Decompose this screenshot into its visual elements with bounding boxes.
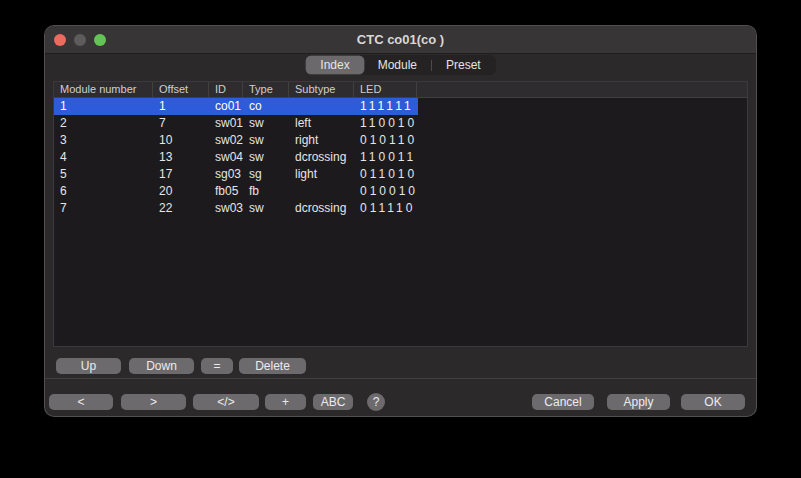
column-header-led[interactable]: LED [354,82,417,97]
table-cell: sg [243,166,289,183]
separator-line [45,378,756,379]
table-cell: sw03 [209,200,243,217]
table-cell: 110010 [354,115,417,132]
table-cell: 1 [54,98,153,115]
column-header-type[interactable]: Type [243,82,289,97]
table-cell: co [243,98,289,115]
column-header-filler [417,82,747,97]
delete-button[interactable]: Delete [239,358,306,374]
table-row[interactable]: 310sw02swright010110 [54,132,747,149]
table-cell: sg03 [209,166,243,183]
table-row[interactable]: 413sw04swdcrossing110011 [54,149,747,166]
table-cell: sw [243,132,289,149]
previous-button[interactable]: < [49,394,113,410]
table-cell: right [289,132,354,149]
segmented-control: Index Module Preset [305,55,495,75]
table-cell: 010010 [354,183,417,200]
title-bar: CTC co01(co ) [45,26,756,54]
tab-index[interactable]: Index [306,56,363,74]
table-cell: fb [243,183,289,200]
table-cell: 4 [54,149,153,166]
table-cell: co01 [209,98,243,115]
table-cell: 10 [153,132,209,149]
table-body: 11co01co11111127sw01swleft110010310sw02s… [54,98,747,217]
table-cell: sw01 [209,115,243,132]
table-cell: sw02 [209,132,243,149]
table-cell: light [289,166,354,183]
table-header: Module number Offset ID Type Subtype LED [54,82,747,98]
table-cell: dcrossing [289,149,354,166]
apply-button[interactable]: Apply [607,394,670,410]
window-title: CTC co01(co ) [45,26,756,54]
column-header-module-number[interactable]: Module number [54,82,153,97]
table-cell: left [289,115,354,132]
table-cell: 7 [54,200,153,217]
tab-module[interactable]: Module [364,56,431,74]
module-table: Module number Offset ID Type Subtype LED… [53,81,748,347]
table-cell: dcrossing [289,200,354,217]
table-row[interactable]: 517sg03sglight011010 [54,166,747,183]
table-cell: 1 [153,98,209,115]
table-row[interactable]: 11co01co111111 [54,98,418,115]
column-header-subtype[interactable]: Subtype [289,82,354,97]
table-cell: 010110 [354,132,417,149]
desktop-background: { "window": { "title": "CTC co01(co )" }… [0,0,801,478]
table-row[interactable]: 620fb05fb010010 [54,183,747,200]
table-row[interactable]: 722sw03swdcrossing011110 [54,200,747,217]
abc-button[interactable]: ABC [313,394,353,410]
table-cell: 011110 [354,200,417,217]
tab-bar: Index Module Preset [45,55,756,75]
table-cell: 2 [54,115,153,132]
up-button[interactable]: Up [56,358,121,374]
table-cell: 6 [54,183,153,200]
table-cell: sw [243,200,289,217]
table-cell: sw [243,115,289,132]
next-button[interactable]: > [121,394,186,410]
table-cell [289,98,354,115]
table-row[interactable]: 27sw01swleft110010 [54,115,747,132]
add-button[interactable]: + [265,394,306,410]
table-cell: 011010 [354,166,417,183]
column-header-id[interactable]: ID [209,82,243,97]
table-cell: 110011 [354,149,417,166]
table-cell: 7 [153,115,209,132]
table-cell: 5 [54,166,153,183]
table-cell: 20 [153,183,209,200]
equals-button[interactable]: = [201,358,233,374]
table-cell: fb05 [209,183,243,200]
tab-preset[interactable]: Preset [432,56,495,74]
ctc-dialog-window: CTC co01(co ) Index Module Preset Module… [44,25,757,417]
table-cell: sw04 [209,149,243,166]
table-cell: sw [243,149,289,166]
table-cell: 22 [153,200,209,217]
code-button[interactable]: </> [193,394,259,410]
table-cell: 17 [153,166,209,183]
table-cell: 13 [153,149,209,166]
column-header-offset[interactable]: Offset [153,82,209,97]
help-button[interactable]: ? [367,393,385,411]
table-cell [289,183,354,200]
ok-button[interactable]: OK [681,394,745,410]
cancel-button[interactable]: Cancel [532,394,594,410]
down-button[interactable]: Down [129,358,194,374]
table-cell: 3 [54,132,153,149]
table-cell: 111111 [354,98,417,115]
